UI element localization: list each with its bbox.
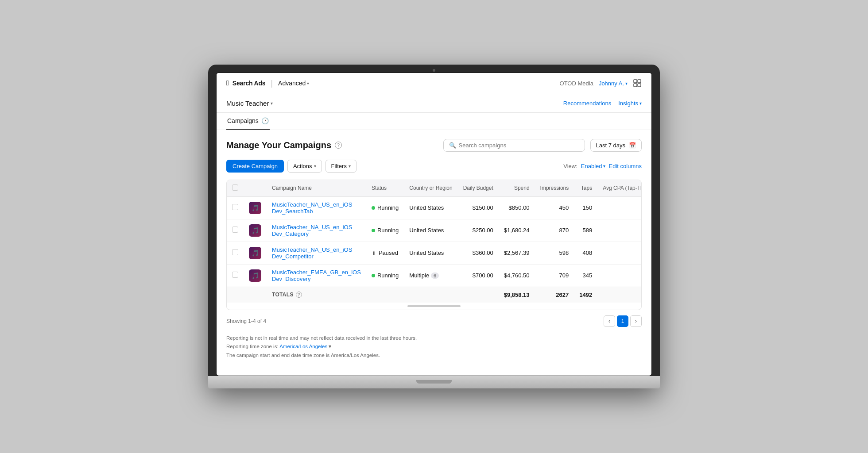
select-all-header: [227, 180, 244, 197]
toolbar: Create Campaign Actions ▾ Filters ▾ View…: [226, 160, 642, 173]
laptop-notch: [416, 380, 452, 384]
page-content: Manage Your Campaigns ? 🔍 Last 7 days 📅: [217, 130, 651, 376]
campaign-name-link[interactable]: MusicTeacher_NA_US_en_iOS Dev_Competitor: [272, 246, 352, 260]
date-range-button[interactable]: Last 7 days 📅: [590, 139, 642, 152]
page-title-info-icon[interactable]: ?: [335, 142, 342, 149]
campaign-name-cell: MusicTeacher_NA_US_en_iOS Dev_Competitor: [267, 242, 366, 264]
budget-cell: $250.00: [458, 219, 499, 242]
app-name-chevron-icon: ▾: [271, 101, 273, 106]
user-menu-button[interactable]: Johnny A. ▾: [599, 80, 628, 87]
insights-button[interactable]: Insights ▾: [618, 100, 642, 107]
toolbar-left: Create Campaign Actions ▾ Filters ▾: [226, 160, 356, 173]
budget-cell: $700.00: [458, 264, 499, 287]
row-2-checkbox[interactable]: [232, 226, 238, 233]
campaign-name-header: Campaign Name: [267, 180, 366, 197]
spend-cell: $4,760.50: [499, 264, 535, 287]
campaigns-table: Campaign Name Status Country or Region D…: [226, 180, 642, 310]
edit-columns-button[interactable]: Edit columns: [609, 163, 642, 169]
status-dot-running: [372, 274, 375, 277]
scroll-indicator: [227, 303, 641, 310]
user-chevron-icon: ▾: [625, 81, 628, 86]
pause-icon: ⏸: [372, 250, 376, 256]
footer-note-1: Reporting is not in real time and may no…: [226, 334, 642, 343]
layout-toggle-button[interactable]: [633, 79, 642, 88]
table-row: 🎵 MusicTeacher_NA_US_en_iOS Dev_Competit…: [227, 242, 642, 264]
row-checkbox-cell: [227, 264, 244, 287]
table-row: 🎵 MusicTeacher_NA_US_en_iOS Dev_Category…: [227, 219, 642, 242]
horizontal-scrollbar[interactable]: [407, 305, 461, 307]
svg-rect-0: [634, 80, 637, 83]
page-1-button[interactable]: 1: [617, 315, 628, 327]
campaign-name-link[interactable]: MusicTeacher_NA_US_en_iOS Dev_Category: [272, 224, 352, 237]
row-1-checkbox[interactable]: [232, 204, 238, 210]
totals-taps-cell: 1492: [574, 287, 597, 303]
page-nav: ‹ 1 ›: [604, 315, 642, 327]
table-row: 🎵 MusicTeacher_NA_US_en_iOS Dev_SearchTa…: [227, 196, 642, 219]
row-4-checkbox[interactable]: [232, 272, 238, 278]
status-dot-running: [372, 229, 375, 232]
taps-header: Taps: [574, 180, 597, 197]
row-checkbox-cell: [227, 196, 244, 219]
camera: [433, 69, 435, 72]
campaign-name-link[interactable]: MusicTeacher_EMEA_GB_en_iOS Dev_Discover…: [272, 269, 361, 282]
campaigns-tab[interactable]: Campaigns 🕐: [226, 113, 270, 130]
next-page-button[interactable]: ›: [630, 315, 642, 327]
spend-cell: $1,680.24: [499, 219, 535, 242]
campaign-name-link[interactable]: MusicTeacher_NA_US_en_iOS Dev_SearchTab: [272, 201, 352, 215]
page-title-area: Manage Your Campaigns ?: [226, 140, 342, 150]
search-ads-label: Search Ads: [232, 80, 266, 87]
taps-cell: 345: [574, 264, 597, 287]
svg-rect-1: [638, 80, 641, 83]
totals-spend-cell: $9,858.13: [499, 287, 535, 303]
prev-page-button[interactable]: ‹: [604, 315, 615, 327]
actions-button[interactable]: Actions ▾: [287, 160, 322, 173]
nav-divider: |: [271, 79, 273, 88]
row-3-checkbox[interactable]: [232, 249, 238, 255]
campaign-name-cell: MusicTeacher_NA_US_en_iOS Dev_Category: [267, 219, 366, 242]
row-checkbox-cell: [227, 219, 244, 242]
table-row: 🎵 MusicTeacher_EMEA_GB_en_iOS Dev_Discov…: [227, 264, 642, 287]
taps-cell: 150: [574, 196, 597, 219]
spend-header: Spend: [499, 180, 535, 197]
row-icon-cell: 🎵: [244, 264, 267, 287]
apple-logo-icon: : [226, 79, 229, 87]
app-icon: 🎵: [249, 224, 261, 237]
spend-cell: $2,567.39: [499, 242, 535, 264]
select-all-checkbox[interactable]: [232, 184, 238, 191]
view-enabled-button[interactable]: Enabled ▾: [581, 163, 605, 169]
row-checkbox-cell: [227, 242, 244, 264]
search-input[interactable]: [459, 142, 579, 149]
recommendations-link[interactable]: Recommendations: [563, 100, 611, 107]
row-icon-cell: 🎵: [244, 219, 267, 242]
advanced-menu-button[interactable]: Advanced ▾: [278, 80, 309, 87]
calendar-icon: 📅: [629, 142, 636, 149]
region-count-badge: 6: [431, 273, 439, 279]
sub-nav-right: Recommendations Insights ▾: [563, 100, 642, 107]
avg-cpa-cell: $1.56: [597, 196, 642, 219]
create-campaign-button[interactable]: Create Campaign: [226, 160, 284, 173]
top-nav-right: OTOD Media Johnny A. ▾: [560, 79, 642, 88]
totals-info-icon[interactable]: ?: [296, 292, 302, 298]
toolbar-right: View: Enabled ▾ Edit columns: [563, 163, 642, 169]
filters-button[interactable]: Filters ▾: [326, 160, 356, 173]
avg-cpa-cell: $2.05: [597, 242, 642, 264]
row-icon-cell: 🎵: [244, 196, 267, 219]
history-icon: 🕐: [261, 117, 269, 124]
search-icon: 🔍: [449, 142, 456, 149]
status-dot-running: [372, 206, 375, 210]
region-cell: United States: [404, 242, 457, 264]
timezone-link[interactable]: America/Los Angeles: [279, 344, 327, 349]
showing-label: Showing 1-4 of 4: [226, 318, 266, 324]
insights-chevron-icon: ▾: [639, 101, 642, 106]
status-cell: Running: [366, 219, 404, 242]
laptop-base: [208, 376, 660, 388]
status-cell: ⏸Paused: [366, 242, 404, 264]
totals-avg-cpa-cell: $2.83: [597, 287, 642, 303]
impressions-header: Impressions: [535, 180, 574, 197]
app-name-button[interactable]: Music Teacher ▾: [226, 100, 273, 107]
footer-note-2: Reporting time zone is: America/Los Ange…: [226, 342, 642, 351]
svg-rect-3: [638, 84, 641, 87]
search-box: 🔍: [443, 139, 585, 152]
svg-rect-2: [634, 84, 637, 87]
spend-cell: $850.00: [499, 196, 535, 219]
